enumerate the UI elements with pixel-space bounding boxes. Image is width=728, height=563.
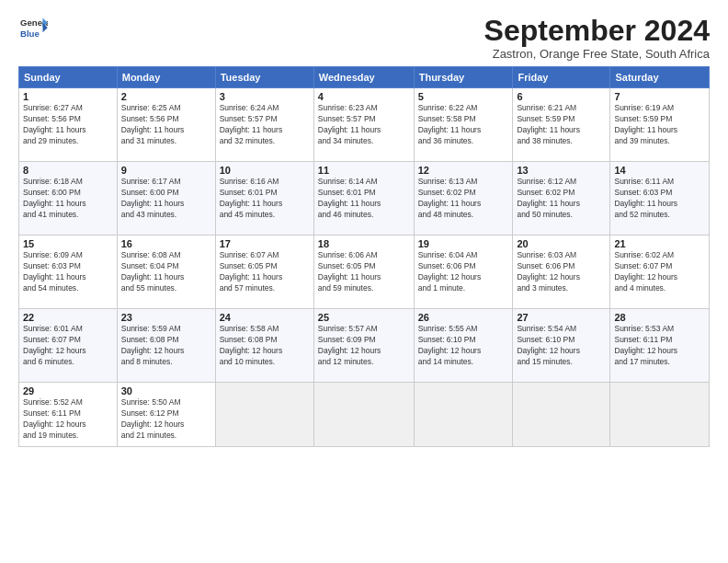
- day-number: 14: [614, 165, 705, 176]
- day-cell: 1Sunrise: 6:27 AM Sunset: 5:56 PM Daylig…: [19, 88, 118, 162]
- day-info: Sunrise: 6:04 AM Sunset: 6:06 PM Dayligh…: [418, 250, 509, 294]
- day-number: 5: [418, 91, 509, 102]
- day-info: Sunrise: 5:58 AM Sunset: 6:08 PM Dayligh…: [220, 324, 310, 368]
- day-cell: 30Sunrise: 5:50 AM Sunset: 6:12 PM Dayli…: [117, 383, 215, 447]
- day-cell: 25Sunrise: 5:57 AM Sunset: 6:09 PM Dayli…: [313, 309, 414, 383]
- day-cell: [313, 383, 414, 447]
- day-info: Sunrise: 6:06 AM Sunset: 6:05 PM Dayligh…: [318, 250, 410, 294]
- day-cell: 24Sunrise: 5:58 AM Sunset: 6:08 PM Dayli…: [215, 309, 313, 383]
- day-cell: 5Sunrise: 6:22 AM Sunset: 5:58 PM Daylig…: [414, 88, 513, 162]
- day-cell: 15Sunrise: 6:09 AM Sunset: 6:03 PM Dayli…: [19, 236, 118, 309]
- day-info: Sunrise: 6:03 AM Sunset: 6:06 PM Dayligh…: [517, 250, 606, 294]
- header-sunday: Sunday: [19, 67, 118, 88]
- day-info: Sunrise: 6:13 AM Sunset: 6:02 PM Dayligh…: [418, 177, 509, 221]
- day-cell: 2Sunrise: 6:25 AM Sunset: 5:56 PM Daylig…: [117, 88, 215, 162]
- header-monday: Monday: [117, 67, 215, 88]
- day-cell: 6Sunrise: 6:21 AM Sunset: 5:59 PM Daylig…: [513, 88, 610, 162]
- day-cell: 21Sunrise: 6:02 AM Sunset: 6:07 PM Dayli…: [610, 236, 710, 309]
- header-thursday: Thursday: [414, 67, 513, 88]
- day-number: 28: [614, 312, 705, 323]
- day-cell: 20Sunrise: 6:03 AM Sunset: 6:06 PM Dayli…: [513, 236, 610, 309]
- day-cell: 11Sunrise: 6:14 AM Sunset: 6:01 PM Dayli…: [313, 162, 414, 236]
- day-number: 7: [614, 91, 705, 102]
- day-cell: 16Sunrise: 6:08 AM Sunset: 6:04 PM Dayli…: [117, 236, 215, 309]
- day-number: 18: [318, 238, 410, 249]
- day-info: Sunrise: 5:52 AM Sunset: 6:11 PM Dayligh…: [23, 397, 113, 442]
- header-row: Sunday Monday Tuesday Wednesday Thursday…: [19, 67, 710, 88]
- day-info: Sunrise: 6:17 AM Sunset: 6:00 PM Dayligh…: [121, 177, 211, 221]
- day-number: 3: [220, 91, 310, 102]
- day-number: 15: [23, 238, 113, 249]
- header-friday: Friday: [513, 67, 610, 88]
- header-saturday: Saturday: [610, 67, 710, 88]
- week-row-3: 15Sunrise: 6:09 AM Sunset: 6:03 PM Dayli…: [19, 236, 710, 309]
- day-number: 22: [23, 312, 113, 323]
- title-block: September 2024 Zastron, Orange Free Stat…: [484, 15, 710, 61]
- day-cell: [414, 383, 513, 447]
- day-number: 29: [23, 385, 113, 396]
- day-cell: 10Sunrise: 6:16 AM Sunset: 6:01 PM Dayli…: [215, 162, 313, 236]
- day-info: Sunrise: 6:23 AM Sunset: 5:57 PM Dayligh…: [318, 103, 410, 147]
- day-cell: 14Sunrise: 6:11 AM Sunset: 6:03 PM Dayli…: [610, 162, 710, 236]
- logo-icon: General Blue: [18, 15, 48, 40]
- week-row-2: 8Sunrise: 6:18 AM Sunset: 6:00 PM Daylig…: [19, 162, 710, 236]
- day-info: Sunrise: 6:08 AM Sunset: 6:04 PM Dayligh…: [121, 250, 211, 294]
- day-info: Sunrise: 5:50 AM Sunset: 6:12 PM Dayligh…: [121, 397, 211, 442]
- day-number: 4: [318, 91, 410, 102]
- day-info: Sunrise: 6:01 AM Sunset: 6:07 PM Dayligh…: [23, 324, 113, 368]
- day-info: Sunrise: 5:55 AM Sunset: 6:10 PM Dayligh…: [418, 324, 509, 368]
- day-cell: 22Sunrise: 6:01 AM Sunset: 6:07 PM Dayli…: [19, 309, 118, 383]
- day-info: Sunrise: 6:21 AM Sunset: 5:59 PM Dayligh…: [517, 103, 606, 147]
- day-cell: 29Sunrise: 5:52 AM Sunset: 6:11 PM Dayli…: [19, 383, 118, 447]
- day-number: 26: [418, 312, 509, 323]
- day-number: 19: [418, 238, 509, 249]
- day-info: Sunrise: 6:11 AM Sunset: 6:03 PM Dayligh…: [614, 177, 705, 221]
- day-number: 24: [220, 312, 310, 323]
- subtitle: Zastron, Orange Free State, South Africa: [484, 47, 710, 61]
- day-info: Sunrise: 6:07 AM Sunset: 6:05 PM Dayligh…: [220, 250, 310, 294]
- day-number: 25: [318, 312, 410, 323]
- day-info: Sunrise: 6:02 AM Sunset: 6:07 PM Dayligh…: [614, 250, 705, 294]
- day-cell: 3Sunrise: 6:24 AM Sunset: 5:57 PM Daylig…: [215, 88, 313, 162]
- day-cell: 19Sunrise: 6:04 AM Sunset: 6:06 PM Dayli…: [414, 236, 513, 309]
- day-number: 23: [121, 312, 211, 323]
- day-info: Sunrise: 6:16 AM Sunset: 6:01 PM Dayligh…: [220, 177, 310, 221]
- day-cell: 27Sunrise: 5:54 AM Sunset: 6:10 PM Dayli…: [513, 309, 610, 383]
- day-cell: [513, 383, 610, 447]
- day-info: Sunrise: 6:14 AM Sunset: 6:01 PM Dayligh…: [318, 177, 410, 221]
- day-number: 8: [23, 165, 113, 176]
- header-wednesday: Wednesday: [313, 67, 414, 88]
- day-cell: 9Sunrise: 6:17 AM Sunset: 6:00 PM Daylig…: [117, 162, 215, 236]
- day-cell: 4Sunrise: 6:23 AM Sunset: 5:57 PM Daylig…: [313, 88, 414, 162]
- day-number: 12: [418, 165, 509, 176]
- day-info: Sunrise: 6:12 AM Sunset: 6:02 PM Dayligh…: [517, 177, 606, 221]
- day-cell: 7Sunrise: 6:19 AM Sunset: 5:59 PM Daylig…: [610, 88, 710, 162]
- day-cell: 18Sunrise: 6:06 AM Sunset: 6:05 PM Dayli…: [313, 236, 414, 309]
- day-cell: 26Sunrise: 5:55 AM Sunset: 6:10 PM Dayli…: [414, 309, 513, 383]
- day-info: Sunrise: 5:53 AM Sunset: 6:11 PM Dayligh…: [614, 324, 705, 368]
- day-number: 9: [121, 165, 211, 176]
- day-cell: 28Sunrise: 5:53 AM Sunset: 6:11 PM Dayli…: [610, 309, 710, 383]
- month-title: September 2024: [484, 15, 710, 47]
- day-number: 30: [121, 385, 211, 396]
- day-cell: 23Sunrise: 5:59 AM Sunset: 6:08 PM Dayli…: [117, 309, 215, 383]
- day-number: 11: [318, 165, 410, 176]
- day-info: Sunrise: 5:54 AM Sunset: 6:10 PM Dayligh…: [517, 324, 606, 368]
- logo: General Blue: [18, 15, 48, 40]
- week-row-4: 22Sunrise: 6:01 AM Sunset: 6:07 PM Dayli…: [19, 309, 710, 383]
- day-info: Sunrise: 6:25 AM Sunset: 5:56 PM Dayligh…: [121, 103, 211, 147]
- svg-text:Blue: Blue: [20, 29, 40, 39]
- calendar: Sunday Monday Tuesday Wednesday Thursday…: [18, 66, 710, 447]
- day-number: 6: [517, 91, 606, 102]
- day-cell: 17Sunrise: 6:07 AM Sunset: 6:05 PM Dayli…: [215, 236, 313, 309]
- day-cell: 13Sunrise: 6:12 AM Sunset: 6:02 PM Dayli…: [513, 162, 610, 236]
- day-number: 17: [220, 238, 310, 249]
- day-info: Sunrise: 6:19 AM Sunset: 5:59 PM Dayligh…: [614, 103, 705, 147]
- day-number: 16: [121, 238, 211, 249]
- week-row-1: 1Sunrise: 6:27 AM Sunset: 5:56 PM Daylig…: [19, 88, 710, 162]
- day-info: Sunrise: 6:09 AM Sunset: 6:03 PM Dayligh…: [23, 250, 113, 294]
- day-number: 13: [517, 165, 606, 176]
- day-info: Sunrise: 6:24 AM Sunset: 5:57 PM Dayligh…: [220, 103, 310, 147]
- day-info: Sunrise: 6:18 AM Sunset: 6:00 PM Dayligh…: [23, 177, 113, 221]
- week-row-5: 29Sunrise: 5:52 AM Sunset: 6:11 PM Dayli…: [19, 383, 710, 447]
